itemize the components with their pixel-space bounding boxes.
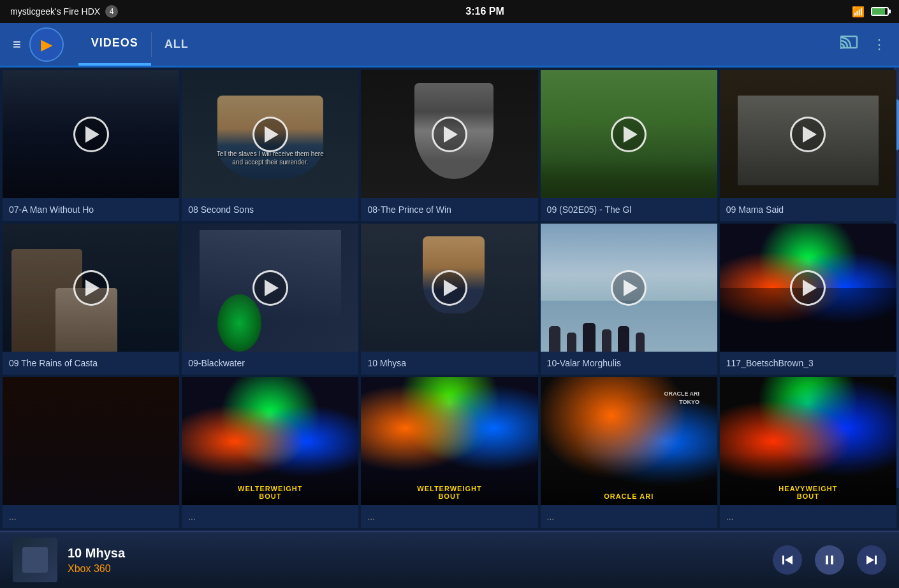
thumbnail-4 [541,70,717,198]
cast-icon[interactable] [840,34,859,55]
player-info: 10 Mhysa Xbox 360 [68,546,773,575]
thumbnail-3 [361,70,537,198]
video-title-14: ... [541,505,717,528]
play-button-4[interactable] [611,117,647,152]
battery-icon [871,7,889,16]
next-button[interactable] [857,545,886,575]
play-button-2[interactable] [252,117,288,152]
video-card-14[interactable]: ORACLE ARITOKYO ORACLE ARI ... [541,377,717,528]
thumbnail-12: WELTERWEIGHTBOUT [182,377,358,505]
now-playing-title: 10 Mhysa [68,546,773,561]
device-name: mysticgeek's Fire HDX [10,6,100,17]
logo-circle: ▶ [29,27,64,62]
thumbnail-5 [720,70,896,198]
video-title-10: 117_BoetschBrown_3 [720,352,896,375]
video-title-11: ... [3,505,179,528]
thumbnail-7 [182,224,358,352]
video-card-4[interactable]: 09 (S02E05) - The Gl [541,70,717,221]
thumbnail-14: ORACLE ARITOKYO ORACLE ARI [541,377,717,505]
video-card-3[interactable]: 08-The Prince of Win [361,70,537,221]
bout-banner-14: ORACLE ARI [541,454,717,505]
status-bar: mysticgeek's Fire HDX 4 3:16 PM 📶 [0,0,899,23]
pause-button[interactable] [815,545,844,575]
video-card-6[interactable]: 09 The Rains of Casta [3,224,179,375]
wifi-icon: 📶 [852,6,865,18]
hamburger-button[interactable]: ≡ [6,36,27,53]
video-title-3: 08-The Prince of Win [361,198,537,221]
subtitle-overlay-2: Tell the slaves I will receive them here… [182,150,358,166]
video-title-4: 09 (S02E05) - The Gl [541,198,717,221]
svg-rect-5 [831,556,833,564]
thumbnail-15: HEAVYWEIGHTBOUT [720,377,896,505]
thumbnail-1 [3,70,179,198]
thumbnail-2: Tell the slaves I will receive them here… [182,70,358,198]
logo-play-icon: ▶ [41,36,52,54]
play-button-1[interactable] [73,117,109,152]
bout-banner-15: HEAVYWEIGHTBOUT [720,454,896,505]
header-right: ⋮ [840,34,893,55]
video-title-6: 09 The Rains of Casta [3,352,179,375]
svg-rect-2 [782,556,784,564]
bout-banner-12: WELTERWEIGHTBOUT [182,454,358,505]
previous-button[interactable] [773,545,802,575]
thumbnail-10 [720,224,896,352]
bout-banner-13: WELTERWEIGHTBOUT [361,454,537,505]
notification-badge: 4 [105,5,118,18]
play-button-9[interactable] [611,270,647,306]
video-card-9[interactable]: 10-Valar Morghulis [541,224,717,375]
video-card-7[interactable]: 09-Blackwater [182,224,358,375]
video-title-2: 08 Second Sons [182,198,358,221]
thumbnail-11 [3,377,179,505]
thumbnail-9 [541,224,717,352]
play-button-7[interactable] [252,270,288,306]
logo: ▶ [27,25,66,64]
player-controls [773,545,886,575]
video-grid: 07-A Man Without Ho Tell the slaves I wi… [0,68,899,531]
video-card-5[interactable]: 09 Mama Said [720,70,896,221]
video-title-7: 09-Blackwater [182,352,358,375]
svg-rect-6 [875,556,877,564]
play-button-5[interactable] [790,117,826,152]
status-left: mysticgeek's Fire HDX 4 [10,5,118,18]
tab-all[interactable]: ALL [152,23,201,66]
video-card-13[interactable]: WELTERWEIGHTBOUT ... [361,377,537,528]
player-bar: 10 Mhysa Xbox 360 [0,531,899,588]
play-button-3[interactable] [432,117,467,152]
video-card-2[interactable]: Tell the slaves I will receive them here… [182,70,358,221]
video-title-13: ... [361,505,537,528]
video-title-12: ... [182,505,358,528]
video-card-11[interactable]: ... [3,377,179,528]
video-card-15[interactable]: HEAVYWEIGHTBOUT ... [720,377,896,528]
play-button-6[interactable] [73,270,109,306]
now-playing-source: Xbox 360 [68,563,773,575]
video-title-5: 09 Mama Said [720,198,896,221]
svg-marker-7 [866,556,874,564]
svg-point-1 [840,47,843,49]
video-title-1: 07-A Man Without Ho [3,198,179,221]
video-title-8: 10 Mhysa [361,352,537,375]
status-right: 📶 [852,6,889,18]
play-button-8[interactable] [432,270,467,306]
play-button-10[interactable] [790,270,826,306]
header: ≡ ▶ VIDEOS ALL ⋮ [0,23,899,68]
video-card-8[interactable]: 10 Mhysa [361,224,537,375]
nav-tabs: VIDEOS ALL [78,23,201,66]
video-card-12[interactable]: WELTERWEIGHTBOUT ... [182,377,358,528]
video-card-1[interactable]: 07-A Man Without Ho [3,70,179,221]
thumbnail-13: WELTERWEIGHTBOUT [361,377,537,505]
clock: 3:16 PM [465,6,504,17]
svg-rect-4 [826,556,828,564]
more-options-icon[interactable]: ⋮ [872,36,886,53]
video-card-10[interactable]: 117_BoetschBrown_3 [720,224,896,375]
svg-marker-3 [785,556,793,564]
player-thumbnail [13,538,57,582]
video-title-15: ... [720,505,896,528]
thumbnail-8 [361,224,537,352]
video-title-9: 10-Valar Morghulis [541,352,717,375]
tab-videos[interactable]: VIDEOS [78,23,151,66]
thumbnail-6 [3,224,179,352]
